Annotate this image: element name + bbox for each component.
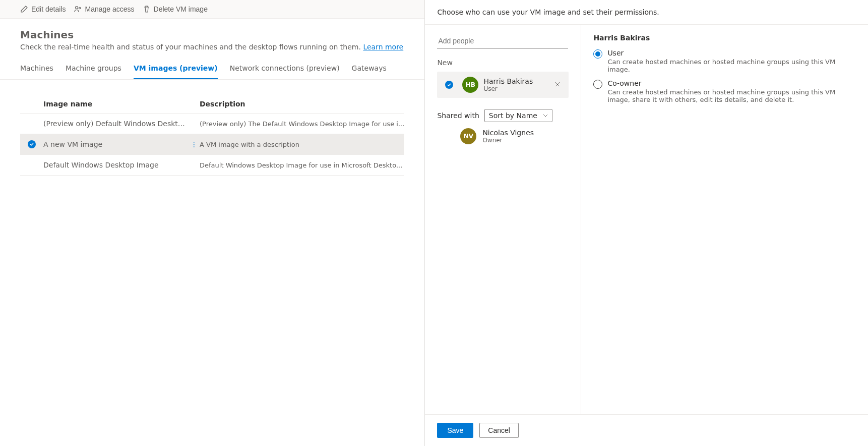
tab-machines[interactable]: Machines <box>20 59 53 79</box>
table-row[interactable]: Default Windows Desktop Image Default Wi… <box>20 154 404 176</box>
tab-machine-groups[interactable]: Machine groups <box>66 59 121 79</box>
permission-option-user[interactable]: User Can create hosted machines or hoste… <box>593 49 856 73</box>
delete-label: Delete VM image <box>154 5 208 13</box>
edit-details-button[interactable]: Edit details <box>20 5 66 13</box>
person-role: Owner <box>482 137 569 144</box>
col-description[interactable]: Description <box>200 100 404 108</box>
person-name: Nicolas Vignes <box>482 129 569 137</box>
avatar: HB <box>462 77 478 93</box>
tab-network-connections[interactable]: Network connections (preview) <box>230 59 340 79</box>
panel-footer: Save Cancel <box>425 414 868 446</box>
close-icon <box>554 81 561 87</box>
page-header: Machines Check the real-time health and … <box>0 19 424 51</box>
save-button[interactable]: Save <box>437 423 473 438</box>
row-desc: A VM image with a description <box>200 141 404 148</box>
shared-with-label: Shared with <box>437 112 479 120</box>
check-icon <box>28 140 36 148</box>
row-name: A new VM image ⋮ <box>43 140 200 148</box>
chevron-down-icon <box>543 113 548 118</box>
edit-label: Edit details <box>31 5 66 13</box>
sort-by-select[interactable]: Sort by Name <box>484 109 552 122</box>
tabs: Machines Machine groups VM images (previ… <box>0 59 424 80</box>
people-icon <box>74 5 82 13</box>
permission-option-coowner[interactable]: Co-owner Can create hosted machines or h… <box>593 79 856 103</box>
person-info: Nicolas Vignes Owner <box>482 129 569 144</box>
manage-access-button[interactable]: Manage access <box>74 5 134 13</box>
checkmark-icon <box>447 82 452 87</box>
remove-person-button[interactable] <box>552 79 563 91</box>
col-image-name[interactable]: Image name <box>43 100 200 108</box>
row-desc: Default Windows Desktop Image for use in… <box>200 161 404 169</box>
table-header: Image name Description <box>20 95 404 113</box>
table-row[interactable]: A new VM image ⋮ A VM image with a descr… <box>20 134 404 154</box>
page-description: Check the real-time health and status of… <box>20 43 404 51</box>
shared-person[interactable]: NV Nicolas Vignes Owner <box>437 122 569 144</box>
shared-with-row: Shared with Sort by Name <box>437 109 569 122</box>
person-info: Harris Bakiras User <box>483 77 547 92</box>
page-desc-text: Check the real-time health and status of… <box>20 43 363 51</box>
cancel-button[interactable]: Cancel <box>479 423 519 438</box>
panel-header: Choose who can use your VM image and set… <box>425 0 868 25</box>
people-list: New HB Harris Bakiras User Shared with S… <box>425 25 581 414</box>
person-name: Harris Bakiras <box>483 77 547 85</box>
table-row[interactable]: (Preview only) Default Windows Desktop I… <box>20 113 404 134</box>
add-people-input[interactable] <box>437 34 568 48</box>
vm-images-table: Image name Description (Preview only) De… <box>0 95 424 176</box>
manage-access-panel: Choose who can use your VM image and set… <box>425 0 868 446</box>
radio-icon[interactable] <box>593 49 602 59</box>
row-desc: (Preview only) The Default Windows Deskt… <box>200 120 404 128</box>
main-content: Edit details Manage access Delete VM ima… <box>0 0 425 446</box>
radio-icon[interactable] <box>593 80 602 89</box>
person-selected-icon <box>445 81 453 89</box>
page-title: Machines <box>20 29 404 41</box>
trash-icon <box>143 5 151 13</box>
selected-person-title: Harris Bakiras <box>593 34 856 42</box>
row-select[interactable] <box>20 140 43 148</box>
new-section-label: New <box>437 59 569 67</box>
pencil-icon <box>20 5 28 13</box>
permission-desc: Can create hosted machines or hosted mac… <box>607 58 856 73</box>
avatar: NV <box>460 128 476 144</box>
manage-label: Manage access <box>85 5 134 13</box>
delete-vm-button[interactable]: Delete VM image <box>143 5 208 13</box>
sort-value: Sort by Name <box>489 112 537 120</box>
new-person-card[interactable]: HB Harris Bakiras User <box>437 72 569 98</box>
tab-gateways[interactable]: Gateways <box>352 59 387 79</box>
more-actions-icon[interactable]: ⋮ <box>191 140 198 148</box>
svg-point-0 <box>76 7 78 9</box>
permission-desc: Can create hosted machines or hosted mac… <box>607 88 856 103</box>
command-bar: Edit details Manage access Delete VM ima… <box>0 0 424 19</box>
svg-point-1 <box>79 7 81 9</box>
row-name: Default Windows Desktop Image <box>43 161 200 169</box>
learn-more-link[interactable]: Learn more <box>363 43 403 51</box>
checkmark-icon <box>29 142 34 147</box>
person-role: User <box>483 85 547 92</box>
permission-details: Harris Bakiras User Can create hosted ma… <box>581 25 868 414</box>
permission-label: User <box>607 49 856 57</box>
panel-body: New HB Harris Bakiras User Shared with S… <box>425 25 868 414</box>
row-name: (Preview only) Default Windows Desktop I… <box>43 120 200 128</box>
tab-vm-images[interactable]: VM images (preview) <box>134 59 218 79</box>
permission-label: Co-owner <box>607 79 856 87</box>
